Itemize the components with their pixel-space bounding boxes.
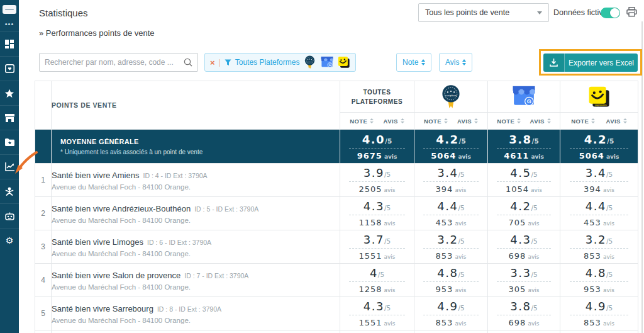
avis-sort-header[interactable]: AVIS	[457, 118, 478, 125]
note-value: 4.4	[437, 200, 458, 213]
settings-gear-icon: ⚙	[6, 236, 14, 245]
table-row: 5 Santé bien vivre SarrebourgID : 8 - ID…	[35, 297, 638, 330]
sidebar-item-reviews[interactable]	[0, 56, 19, 81]
note-value: 3.2	[437, 233, 458, 246]
avis-count: 453	[436, 218, 453, 227]
robot-icon	[5, 212, 14, 220]
rank-cell: 5	[35, 297, 52, 330]
score-cell: 3.2/5853avis	[414, 230, 488, 264]
export-excel-button[interactable]: Exporter vers Excel	[543, 54, 638, 72]
sidebar-item-dashboard[interactable]	[0, 31, 19, 56]
svg-text:custplace: custplace	[445, 94, 457, 97]
fake-data-toggle[interactable]	[601, 8, 620, 18]
score-cell: 4.0/5 9675avis	[340, 130, 414, 164]
sidebar-item-statistics[interactable]	[0, 154, 19, 179]
store-selector-dropdown[interactable]: Tous les points de vente	[418, 3, 549, 22]
avis-count: 953	[436, 285, 453, 294]
platform-filter-label: Toutes Plateformes	[235, 58, 300, 67]
subheader-custplace: NOTE AVIS	[414, 113, 488, 130]
collaborators-icon	[5, 187, 14, 196]
avis-count: 853	[584, 251, 601, 261]
score-cell: 4.3/51158avis	[340, 197, 414, 230]
platform-filter-chip[interactable]: × | Toutes Plateformes custplace G	[204, 53, 356, 72]
sidebar-item-collaborators[interactable]	[0, 179, 19, 203]
search-input[interactable]	[45, 58, 184, 67]
clipped-next-row	[35, 330, 638, 333]
subheader-all: NOTE AVIS	[340, 113, 414, 130]
avis-count: 1258	[358, 285, 382, 294]
svg-text:custplace: custplace	[307, 61, 314, 63]
google-business-icon: G	[320, 56, 334, 69]
chevron-down-icon	[537, 11, 542, 14]
sort-by-avis-button[interactable]: Avis	[439, 53, 472, 72]
sidebar-item-chatbot[interactable]	[0, 203, 19, 228]
score-cell: 4.4/5453avis	[414, 197, 488, 230]
avis-count: 9675	[357, 151, 382, 161]
avis-sort-header[interactable]: AVIS	[384, 118, 404, 125]
more-dots-icon[interactable]: •••	[0, 20, 19, 31]
store-name: Santé bien vivre Limoges	[52, 237, 143, 247]
table-row: 1 Santé bien vivre AmiensID : 4 - ID Ext…	[35, 164, 638, 197]
store-address: Avenue du Maréchal Foch - 84100 Orange.	[52, 317, 340, 324]
print-button[interactable]	[626, 7, 637, 20]
avis-count: 1551	[358, 318, 382, 327]
remove-filter-icon[interactable]: ×	[210, 58, 215, 67]
sort-updown-icon	[462, 59, 466, 65]
note-value: 3.7	[364, 233, 384, 246]
svg-text:pagesjaunes: pagesjaunes	[595, 103, 607, 106]
avis-count: 453	[584, 218, 601, 227]
average-title: MOYENNE GÉNÉRALE	[52, 138, 340, 145]
avis-count: 705	[509, 218, 526, 227]
store-name: Santé bien vivre Salon de provence	[52, 271, 180, 280]
note-sort-header[interactable]: NOTE	[350, 118, 374, 125]
avis-count: 305	[509, 285, 526, 294]
avis-count: 1551	[358, 251, 382, 261]
sidebar: •••	[0, 0, 19, 333]
rank-cell: 4	[35, 264, 52, 297]
search-box	[39, 53, 198, 72]
pages-jaunes-column-header: pagesjaunes	[560, 81, 638, 113]
note-value: 3.2	[586, 233, 606, 246]
store-id: ID : 8 - ID Ext : 3790A	[157, 305, 221, 313]
store-cell: Santé bien vivre AmiensID : 4 - ID Ext :…	[52, 164, 340, 197]
search-icon	[184, 58, 192, 67]
star-icon	[4, 89, 14, 98]
note-value: 4.3	[364, 200, 384, 213]
note-sort-header[interactable]: NOTE	[424, 118, 448, 125]
avis-sort-header[interactable]: AVIS	[606, 118, 627, 125]
sidebar-item-storefront[interactable]	[0, 105, 19, 130]
note-sort-header[interactable]: NOTE	[571, 118, 595, 125]
scrollbar[interactable]	[641, 21, 643, 333]
note-value: 4.0	[362, 133, 385, 146]
app-logo[interactable]	[3, 5, 16, 14]
rank-cell	[35, 130, 52, 164]
sort-by-note-button[interactable]: Note	[396, 53, 431, 72]
score-cell: 4.3/51551avis	[340, 297, 414, 330]
sort-avis-label: Avis	[445, 58, 459, 67]
store-id: ID : 4 - ID Ext : 3790A	[143, 172, 207, 179]
sort-icon	[370, 118, 374, 123]
pages-jaunes-icon: pagesjaunes	[588, 86, 611, 108]
avis-count: 853	[436, 318, 453, 327]
note-value: 4.8	[437, 266, 458, 279]
store-cell: Santé bien vivre Andrézieux-BouthéonID :…	[52, 197, 340, 230]
custplace-badge-icon: custplace	[440, 84, 462, 110]
sort-icon	[591, 118, 595, 123]
store-address: Avenue du Maréchal Foch - 84100 Orange.	[52, 217, 340, 224]
download-icon	[543, 54, 565, 72]
page-title: Statistiques	[39, 8, 88, 18]
pages-jaunes-icon	[338, 56, 350, 69]
table-row: 2 Santé bien vivre Andrézieux-BouthéonID…	[35, 197, 638, 230]
sort-icon	[444, 118, 448, 123]
sidebar-item-settings[interactable]: ⚙	[0, 228, 19, 252]
avis-sort-header[interactable]: AVIS	[530, 118, 551, 125]
svg-text:G: G	[527, 98, 531, 104]
note-sort-header[interactable]: NOTE	[497, 118, 521, 125]
score-cell: 4.2/5705avis	[488, 197, 560, 230]
score-cell: 3.9/52505avis	[340, 164, 414, 197]
score-cell: 4.2/5 5064avis	[414, 130, 488, 164]
sidebar-item-favorites[interactable]	[0, 81, 19, 105]
subheader-pages-jaunes: NOTE AVIS	[560, 113, 638, 130]
sidebar-item-media[interactable]	[0, 130, 19, 154]
custplace-column-header: custplace	[414, 81, 488, 113]
